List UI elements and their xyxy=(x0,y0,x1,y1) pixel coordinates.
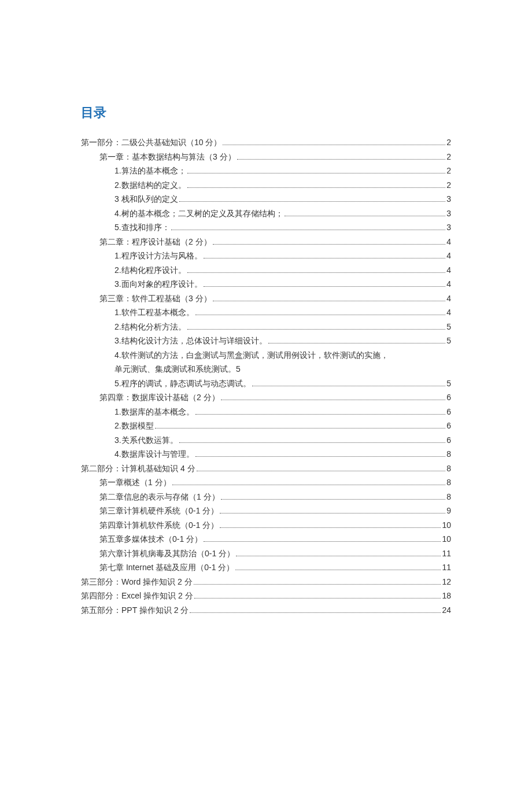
toc-leader-dots xyxy=(220,513,445,513)
toc-entry-label: 3 栈和队列的定义 xyxy=(114,192,178,206)
toc-entry: 第三章计算机硬件系统（0-1 分）9 xyxy=(81,504,451,518)
toc-leader-dots xyxy=(187,187,446,188)
toc-leader-dots xyxy=(187,329,446,330)
toc-page-number: 4 xyxy=(446,249,451,263)
toc-leader-dots xyxy=(204,286,446,287)
toc-entry-label: 2.数据模型 xyxy=(114,419,154,433)
toc-entry: 2.数据模型6 xyxy=(81,419,451,433)
toc-page-number: 10 xyxy=(442,532,451,546)
toc-entry: 1.数据库的基本概念。6 xyxy=(81,405,451,419)
toc-entry-label: 第六章计算机病毒及其防治（0-1 分） xyxy=(99,546,235,561)
toc-page-number: 10 xyxy=(442,518,451,533)
toc-leader-dots xyxy=(179,201,446,202)
toc-leader-dots xyxy=(223,145,445,145)
toc-entry: 1.软件工程基本概念。4 xyxy=(81,305,451,320)
toc-entry-label: 第四章：数据库设计基础（2 分） xyxy=(99,390,220,405)
toc-entry-label: 2.数据结构的定义。 xyxy=(114,178,186,193)
toc-entry-label: 1.数据库的基本概念。 xyxy=(114,405,194,419)
toc-entry-label: 第五章多媒体技术（0-1 分） xyxy=(99,532,202,546)
toc-leader-dots xyxy=(204,258,446,258)
toc-page-number: 6 xyxy=(446,390,451,405)
toc-page-number: 11 xyxy=(442,560,451,575)
toc-page-number: 5 xyxy=(446,320,451,334)
toc-leader-dots xyxy=(194,584,441,585)
toc-page-number: 4 xyxy=(446,235,451,249)
toc-page-number: 4 xyxy=(446,277,451,291)
toc-entry: 3.结构化设计方法，总体设计与详细设计。5 xyxy=(81,334,451,348)
toc-entry: 5.查找和排序：3 xyxy=(81,220,451,235)
toc-leader-dots xyxy=(285,216,446,216)
toc-page-number: 4 xyxy=(446,305,451,320)
toc-leader-dots xyxy=(187,272,446,273)
toc-entry: 第五部分：PPT 操作知识 2 分24 xyxy=(81,603,451,618)
toc-page-number: 3 xyxy=(446,206,451,221)
toc-page-number: 4 xyxy=(446,291,451,306)
toc-entry: 第七章 Internet 基础及应用（0-1 分）11 xyxy=(81,560,451,575)
toc-entry-label: 4.数据库设计与管理。 xyxy=(114,447,194,461)
toc-page-number: 8 xyxy=(446,461,451,476)
toc-page-number: 6 xyxy=(446,419,451,433)
toc-entry: 3 栈和队列的定义3 xyxy=(81,192,451,206)
toc-entry-label: 第一部分：二级公共基础知识（10 分） xyxy=(81,135,221,150)
toc-leader-dots xyxy=(172,485,446,485)
toc-page-number: 11 xyxy=(442,546,451,561)
toc-page-number: 18 xyxy=(442,589,451,603)
toc-leader-dots xyxy=(213,301,446,301)
toc-leader-dots xyxy=(235,570,441,570)
toc-entry-label: 第二章：程序设计基础（2 分） xyxy=(99,235,212,249)
toc-page-number: 6 xyxy=(446,433,451,448)
toc-entry-label: 4.软件测试的方法，白盒测试与黑盒测试，测试用例设计，软件测试的实施， xyxy=(114,348,451,363)
toc-page-number: 5 xyxy=(446,376,451,391)
toc-page-number: 2 xyxy=(446,135,451,150)
toc-page-number: 3 xyxy=(446,220,451,235)
toc-page-number: 3 xyxy=(446,192,451,206)
toc-entry: 第一章概述（1 分）8 xyxy=(81,475,451,490)
toc-leader-dots xyxy=(195,315,446,315)
toc-entry: 2.结构化分析方法。5 xyxy=(81,320,451,334)
toc-entry-label: 1.算法的基本概念； xyxy=(114,164,186,178)
toc-entry-label: 5.查找和排序： xyxy=(114,220,170,235)
toc-leader-dots xyxy=(268,343,446,343)
toc-entry-label: 1.软件工程基本概念。 xyxy=(114,305,194,320)
toc-page-number: 8 xyxy=(446,475,451,490)
toc-entry-label: 第七章 Internet 基础及应用（0-1 分） xyxy=(99,560,234,575)
toc-entry: 第二章：程序设计基础（2 分）4 xyxy=(81,235,451,249)
toc-leader-dots xyxy=(155,428,446,428)
toc-entry: 第五章多媒体技术（0-1 分）10 xyxy=(81,532,451,546)
toc-entry-label: 第二部分：计算机基础知识 4 分 xyxy=(81,461,195,476)
toc-entry: 4.树的基本概念；二叉树的定义及其存储结构；3 xyxy=(81,206,451,221)
toc-entry-row: 单元测试、集成测试和系统测试。5 xyxy=(114,362,451,376)
toc-leader-dots xyxy=(195,414,446,415)
toc-page-number: 9 xyxy=(446,504,451,518)
toc-entry-label: 第四章计算机软件系统（0-1 分） xyxy=(99,518,219,533)
toc-leader-dots xyxy=(252,386,446,386)
toc-page-number: 2 xyxy=(446,164,451,178)
toc-entry: 1.程序设计方法与风格。4 xyxy=(81,249,451,263)
toc-page-number: 8 xyxy=(446,447,451,461)
document-page: 目录 第一部分：二级公共基础知识（10 分）2第一章：基本数据结构与算法（3 分… xyxy=(0,0,532,617)
toc-entry-label: 单元测试、集成测试和系统测试。 xyxy=(114,362,236,376)
toc-entry: 5.程序的调试，静态调试与动态调试。5 xyxy=(81,376,451,391)
toc-entry-label: 1.程序设计方法与风格。 xyxy=(114,249,202,263)
toc-leader-dots xyxy=(213,244,446,245)
toc-page-number: 12 xyxy=(442,575,451,589)
toc-leader-dots xyxy=(195,456,446,457)
toc-entry-label: 第一章：基本数据结构与算法（3 分） xyxy=(99,150,236,164)
toc-entry-label: 3.面向对象的程序设计。 xyxy=(114,277,202,291)
toc-entry: 第六章计算机病毒及其防治（0-1 分）11 xyxy=(81,546,451,561)
toc-leader-dots xyxy=(236,556,441,556)
toc-leader-dots xyxy=(179,442,446,443)
toc-entry-label: 3.结构化设计方法，总体设计与详细设计。 xyxy=(114,334,267,348)
toc-entry: 4.软件测试的方法，白盒测试与黑盒测试，测试用例设计，软件测试的实施，单元测试、… xyxy=(81,348,451,376)
toc-entry: 第四部分：Excel 操作知识 2 分18 xyxy=(81,589,451,603)
toc-page-number: 5 xyxy=(446,334,451,348)
toc-entry-label: 第三部分：Word 操作知识 2 分 xyxy=(81,575,193,589)
toc-leader-dots xyxy=(220,527,441,528)
toc-page-number: 4 xyxy=(446,263,451,278)
toc-page-number: 5 xyxy=(236,362,241,376)
toc-leader-dots xyxy=(237,159,446,160)
toc-entry-label: 2.结构化分析方法。 xyxy=(114,320,186,334)
toc-entry: 1.算法的基本概念；2 xyxy=(81,164,451,178)
toc-entry: 第三部分：Word 操作知识 2 分12 xyxy=(81,575,451,589)
toc-entry-label: 5.程序的调试，静态调试与动态调试。 xyxy=(114,376,251,391)
